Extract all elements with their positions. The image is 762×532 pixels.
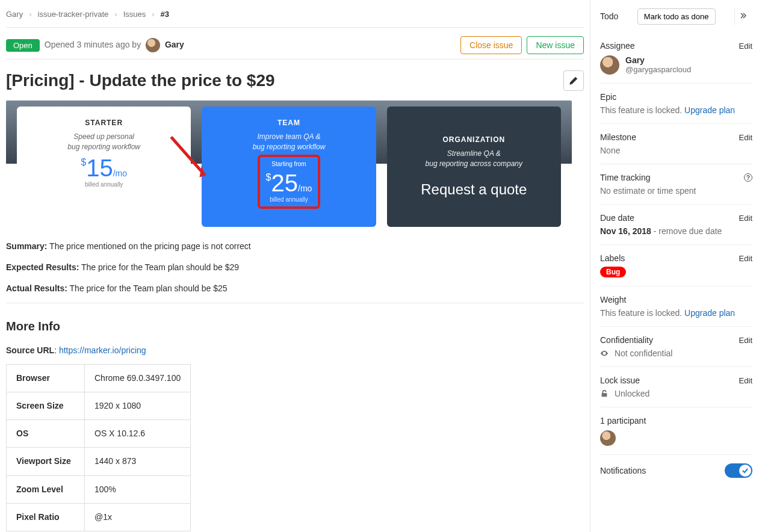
pencil-icon: [569, 76, 578, 85]
pricing-card-starter: STARTER Speed up personalbug reporting w…: [17, 107, 191, 227]
info-table: BrowserChrome 69.0.3497.100 Screen Size1…: [6, 364, 191, 531]
author-name[interactable]: Gary: [165, 40, 184, 49]
mark-todo-done-button[interactable]: Mark todo as done: [637, 8, 716, 25]
help-icon[interactable]: ?: [744, 173, 752, 182]
breadcrumb: Gary › issue-tracker-private › Issues › …: [6, 6, 584, 22]
breadcrumb-repo[interactable]: issue-tracker-private: [38, 10, 109, 19]
source-url-link[interactable]: https://marker.io/pricing: [59, 345, 146, 355]
table-row: Screen Size1920 x 1080: [7, 392, 191, 419]
upgrade-plan-link[interactable]: Upgrade plan: [684, 105, 735, 115]
table-row: BrowserChrome 69.0.3497.100: [7, 364, 191, 392]
assignee-label: Assignee: [600, 41, 635, 51]
breadcrumb-id: #3: [161, 10, 169, 19]
status-badge: Open: [6, 39, 40, 52]
chevron-right-icon: ›: [148, 10, 158, 19]
due-date-label: Due date: [600, 213, 634, 223]
summary-label: Summary:: [6, 241, 47, 251]
issue-title: [Pricing] - Update the price to $29: [6, 71, 275, 90]
remove-due-date-link[interactable]: - remove due date: [651, 226, 722, 236]
highlighted-box: Starting from $25/mo billed annually: [258, 155, 321, 209]
notifications-toggle[interactable]: [725, 463, 752, 478]
milestone-value: None: [600, 146, 752, 155]
assignee-name[interactable]: Gary: [625, 55, 691, 65]
edit-milestone-link[interactable]: Edit: [739, 133, 752, 142]
table-row: Pixel Ratio@1x: [7, 503, 191, 531]
todo-label: Todo: [600, 11, 618, 21]
edit-assignee-link[interactable]: Edit: [739, 42, 752, 51]
unlock-icon: [600, 389, 609, 398]
new-issue-button[interactable]: New issue: [527, 36, 584, 54]
collapse-sidebar-button[interactable]: [734, 7, 752, 25]
milestone-label: Milestone: [600, 132, 636, 142]
actual-text: The price for the Team plan should be $2…: [67, 283, 228, 293]
weight-locked-text: This feature is locked.: [600, 308, 684, 318]
more-info-heading: More Info: [6, 315, 584, 337]
epic-label: Epic: [600, 92, 616, 102]
opened-meta: Opened 3 minutes ago by Gary: [45, 38, 184, 52]
due-date-value: Nov 16, 2018: [600, 226, 651, 236]
table-row: Viewport Size1440 x 873: [7, 448, 191, 475]
table-row: OSOS X 10.12.6: [7, 420, 191, 448]
lock-value: Unlocked: [615, 389, 649, 398]
table-row: Zoom Level100%: [7, 475, 191, 503]
pricing-card-org: ORGANIZATION Streamline QA &bug reportin…: [387, 107, 561, 227]
summary-text: The price mentioned on the pricing page …: [47, 241, 250, 251]
confidentiality-value: Not confidential: [615, 348, 673, 358]
edit-labels-link[interactable]: Edit: [739, 254, 752, 263]
weight-label: Weight: [600, 295, 626, 305]
close-issue-button[interactable]: Close issue: [460, 36, 522, 54]
edit-due-date-link[interactable]: Edit: [739, 214, 752, 223]
breadcrumb-section[interactable]: Issues: [123, 10, 146, 19]
chevron-right-icon: ›: [111, 10, 120, 19]
source-url-label: Source URL: [6, 345, 54, 355]
time-tracking-label: Time tracking: [600, 173, 651, 182]
attached-screenshot[interactable]: STARTER Speed up personalbug reporting w…: [6, 101, 572, 227]
confidentiality-label: Confidentiality: [600, 335, 653, 345]
participants-label: 1 participant: [600, 416, 752, 425]
expected-text: The price for the Team plan should be $2…: [79, 262, 239, 272]
label-pill-bug[interactable]: Bug: [600, 267, 626, 277]
participant-avatar[interactable]: [600, 430, 616, 446]
time-tracking-value: No estimate or time spent: [600, 186, 752, 196]
avatar[interactable]: [146, 38, 160, 52]
eye-icon: [600, 349, 609, 357]
edit-title-button[interactable]: [563, 70, 584, 91]
epic-locked-text: This feature is locked.: [600, 105, 684, 115]
upgrade-plan-link[interactable]: Upgrade plan: [684, 308, 735, 318]
chevrons-right-icon: [740, 12, 747, 19]
pricing-card-team: TEAM Improve team QA &bug reporting work…: [202, 107, 376, 227]
breadcrumb-user[interactable]: Gary: [6, 10, 23, 19]
actual-label: Actual Results:: [6, 283, 67, 293]
check-icon: [742, 468, 748, 474]
assignee-avatar[interactable]: [600, 55, 619, 75]
edit-lock-link[interactable]: Edit: [739, 376, 752, 385]
lock-issue-label: Lock issue: [600, 376, 640, 385]
labels-label: Labels: [600, 253, 625, 263]
expected-label: Expected Results:: [6, 262, 79, 272]
assignee-handle: @garygasparcloud: [625, 65, 691, 74]
edit-confidentiality-link[interactable]: Edit: [739, 336, 752, 345]
notifications-label: Notifications: [600, 466, 646, 475]
chevron-right-icon: ›: [25, 10, 35, 19]
